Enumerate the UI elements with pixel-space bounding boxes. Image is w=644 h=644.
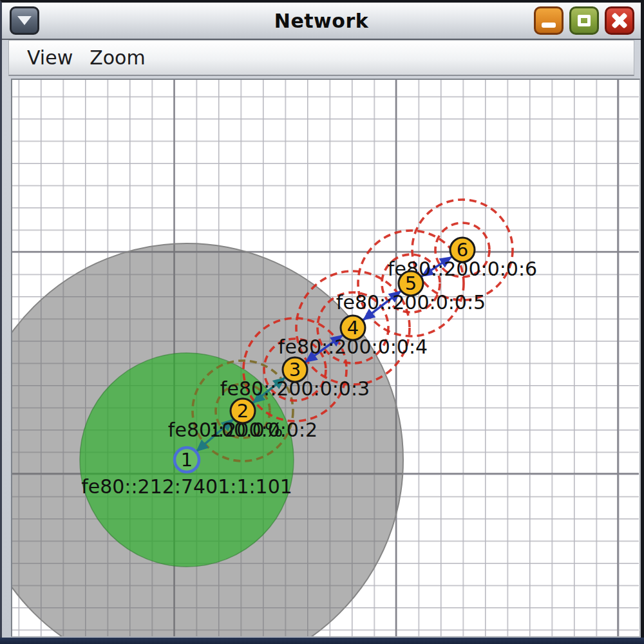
- mote-node-number: 5: [405, 272, 417, 294]
- mote-node-number: 2: [237, 400, 249, 422]
- menubar: View Zoom: [8, 40, 634, 76]
- titlebar[interactable]: Network: [2, 3, 641, 40]
- network-visualization[interactable]: fe80::212:7401:1:101fe80::200:0:0:2100.0…: [12, 80, 639, 636]
- window-controls: [534, 6, 634, 35]
- menu-zoom[interactable]: Zoom: [90, 46, 145, 69]
- window-frame-bottom: [0, 638, 644, 644]
- mote-node-number: 4: [347, 317, 359, 339]
- menu-view[interactable]: View: [27, 46, 73, 69]
- minimize-button[interactable]: [534, 6, 564, 35]
- network-window: Network View Zoom fe80::212:7401:1:101fe…: [0, 0, 644, 638]
- mote-node-number: 6: [457, 239, 468, 261]
- close-icon: [611, 12, 628, 29]
- maximize-icon: [578, 15, 591, 26]
- network-canvas[interactable]: fe80::212:7401:1:101fe80::200:0:0:2100.0…: [11, 79, 640, 637]
- desktop: { "window": { "title": "Network", "menu"…: [0, 0, 644, 644]
- minimize-icon: [542, 23, 556, 28]
- close-button[interactable]: [605, 6, 634, 35]
- dropdown-arrow-icon: [17, 16, 32, 25]
- mote-node-number: 1: [181, 449, 193, 471]
- maximize-button[interactable]: [569, 6, 599, 35]
- window-menu-button[interactable]: [10, 6, 39, 35]
- mote-node-number: 3: [289, 359, 301, 381]
- node-address-label: fe80::212:7401:1:101: [81, 475, 292, 498]
